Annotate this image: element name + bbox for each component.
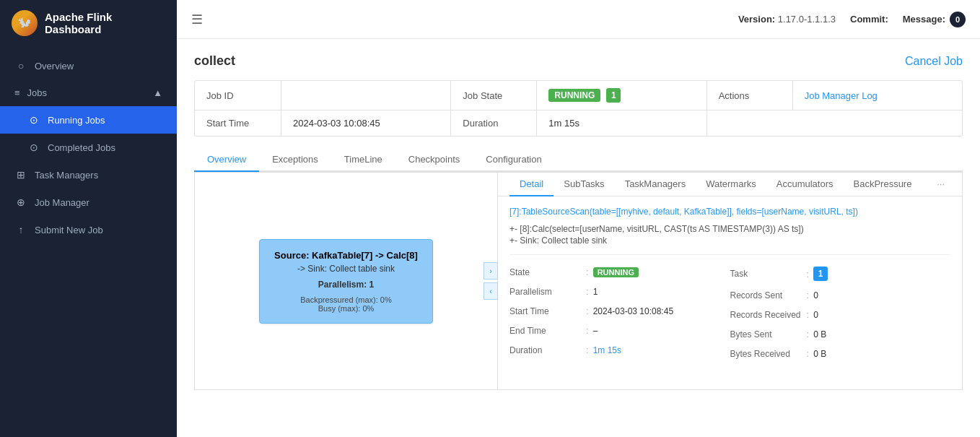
expand-arrow[interactable]: ›: [484, 262, 498, 280]
state-num-badge: 1: [606, 88, 621, 103]
graph-node-subtitle: -> Sink: Collect table sink: [274, 264, 418, 274]
detail-tab-detail[interactable]: Detail: [509, 173, 554, 196]
sidebar-item-label: Overview: [35, 61, 74, 72]
stat-row-state: State : RUNNING: [509, 262, 730, 282]
overview-panel: Source: KafkaTable[7] -> Calc[8] -> Sink…: [194, 172, 963, 390]
stat-state-value: RUNNING: [593, 267, 639, 277]
sidebar-item-label: Job Manager: [35, 197, 89, 208]
main-content: ☰ Version: 1.17.0-1.1.1.3 Commit: Messag…: [177, 0, 980, 437]
stat-records-sent-label: Records Sent: [730, 290, 802, 300]
running-jobs-icon: ⊙: [27, 114, 40, 126]
graph-node[interactable]: Source: KafkaTable[7] -> Calc[8] -> Sink…: [259, 239, 433, 324]
stat-end-time-value: –: [593, 326, 598, 336]
graph-node-busy: Busy (max): 0%: [274, 304, 418, 313]
stat-bytes-sent-value: 0 B: [813, 329, 826, 339]
jobs-submenu: ⊙ Running Jobs ⊙ Completed Jobs: [0, 106, 177, 161]
sidebar-item-running-jobs[interactable]: ⊙ Running Jobs: [0, 106, 177, 134]
stat-bytes-sent-label: Bytes Sent: [730, 329, 802, 339]
tab-overview[interactable]: Overview: [194, 148, 259, 172]
version-info: Version: 1.17.0-1.1.1.3: [738, 14, 836, 25]
job-manager-log-link[interactable]: Job Manager Log: [805, 90, 878, 101]
detail-tab-watermarks[interactable]: Watermarks: [696, 173, 766, 196]
submit-job-icon: ↑: [14, 224, 27, 235]
stat-row-bytes-received: Bytes Received : 0 B: [730, 344, 951, 363]
job-id-label: Job ID: [195, 81, 281, 110]
node-desc-line3: +- Sink: Collect table sink: [509, 235, 950, 246]
sidebar: 🐿 Apache Flink Dashboard ○ Overview ≡ Jo…: [0, 0, 177, 437]
graph-node-parallelism: Parallelism: 1: [274, 280, 418, 290]
job-info-table: Job ID Job State RUNNING 1 Actions Job M…: [194, 80, 963, 137]
stat-end-time-label: End Time: [509, 326, 582, 336]
filler-label: [706, 111, 793, 136]
start-time-label: Start Time: [195, 111, 281, 136]
node-desc-line1: [7]:TableSourceScan(table=[[myhive, defa…: [509, 205, 950, 218]
stat-task-value: 1: [813, 267, 828, 281]
stat-duration-label: Duration: [509, 345, 582, 355]
overview-icon: ○: [14, 60, 27, 72]
tab-configuration[interactable]: Configuration: [473, 148, 554, 172]
sidebar-item-job-manager[interactable]: ⊕ Job Manager: [0, 189, 177, 216]
detail-tabs: Detail SubTasks TaskManagers Watermarks …: [498, 173, 962, 196]
detail-tab-accumulators[interactable]: Accumulators: [766, 173, 844, 196]
stat-row-start-time: Start Time : 2024-03-03 10:08:45: [509, 301, 730, 321]
job-info-row-2: Start Time 2024-03-03 10:08:45 Duration …: [195, 111, 962, 136]
detail-tab-backpressure[interactable]: BackPressure: [844, 173, 922, 196]
stat-duration-value: 1m 15s: [593, 345, 621, 355]
detail-tab-subtasks[interactable]: SubTasks: [554, 173, 614, 196]
sidebar-header: 🐿 Apache Flink Dashboard: [0, 0, 177, 46]
detail-content: [7]:TableSourceScan(table=[[myhive, defa…: [498, 196, 962, 389]
actions-label: Actions: [706, 81, 793, 110]
sidebar-item-completed-jobs[interactable]: ⊙ Completed Jobs: [0, 134, 177, 161]
sidebar-item-label: Jobs: [27, 87, 47, 98]
main-tabs: Overview Exceptions TimeLine Checkpoints…: [194, 148, 963, 172]
stat-bytes-received-value: 0 B: [813, 349, 826, 359]
detail-tab-taskmanagers[interactable]: TaskManagers: [615, 173, 696, 196]
stat-records-received-label: Records Received: [730, 310, 802, 320]
sidebar-item-jobs[interactable]: ≡ Jobs ▲: [0, 79, 177, 106]
actions-value: Job Manager Log: [793, 81, 962, 110]
tab-timeline[interactable]: TimeLine: [331, 148, 395, 172]
toggle-arrows: › ‹: [484, 262, 498, 300]
sidebar-item-label: Task Managers: [35, 170, 98, 181]
jobs-icon: ≡: [14, 87, 20, 98]
completed-jobs-icon: ⊙: [27, 142, 40, 153]
sidebar-item-label: Submit New Job: [35, 225, 103, 235]
start-time-value: 2024-03-03 10:08:45: [281, 111, 450, 136]
detail-panel: Detail SubTasks TaskManagers Watermarks …: [498, 173, 962, 389]
stat-records-sent-value: 0: [813, 290, 818, 300]
job-manager-icon: ⊕: [14, 196, 27, 208]
job-state-value: RUNNING 1: [537, 81, 706, 110]
tab-exceptions[interactable]: Exceptions: [259, 148, 331, 172]
duration-label: Duration: [450, 111, 537, 136]
sidebar-item-label: Running Jobs: [48, 115, 105, 126]
chevron-up-icon: ▲: [153, 87, 162, 98]
graph-node-title: Source: KafkaTable[7] -> Calc[8]: [274, 250, 418, 261]
filler-value: [793, 111, 962, 136]
job-title: collect: [194, 53, 235, 69]
menu-icon[interactable]: ☰: [191, 12, 203, 27]
sidebar-nav: ○ Overview ≡ Jobs ▲ ⊙ Running Jobs ⊙ Com…: [0, 46, 177, 437]
job-id-value: [281, 81, 450, 110]
collapse-arrow[interactable]: ‹: [484, 282, 498, 300]
message-badge: 0: [950, 12, 966, 27]
tab-checkpoints[interactable]: Checkpoints: [395, 148, 473, 172]
duration-value: 1m 15s: [537, 111, 706, 136]
job-state-label: Job State: [450, 81, 537, 110]
graph-node-backpressured: Backpressured (max): 0%: [274, 295, 418, 304]
sidebar-item-overview[interactable]: ○ Overview: [0, 52, 177, 79]
sidebar-item-submit-new-job[interactable]: ↑ Submit New Job: [0, 216, 177, 243]
job-info-row-1: Job ID Job State RUNNING 1 Actions Job M…: [195, 81, 962, 111]
content-area: collect Cancel Job Job ID Job State RUNN…: [177, 39, 980, 437]
stat-bytes-received-label: Bytes Received: [730, 349, 802, 359]
stat-row-duration: Duration : 1m 15s: [509, 340, 730, 360]
stat-row-parallelism: Parallelism : 1: [509, 282, 730, 301]
node-desc-line2: +- [8]:Calc(select=[userName, visitURL, …: [509, 224, 950, 234]
running-badge: RUNNING: [548, 89, 600, 102]
sidebar-item-task-managers[interactable]: ⊞ Task Managers: [0, 161, 177, 189]
cancel-job-button[interactable]: Cancel Job: [905, 55, 963, 68]
stat-row-end-time: End Time : –: [509, 321, 730, 340]
sidebar-item-label: Completed Jobs: [48, 142, 115, 153]
detail-stats-grid: State : RUNNING Parallelism : 1 Start Ti…: [509, 254, 950, 363]
stat-parallelism-label: Parallelism: [509, 287, 582, 297]
detail-tab-more[interactable]: ···: [931, 173, 950, 196]
